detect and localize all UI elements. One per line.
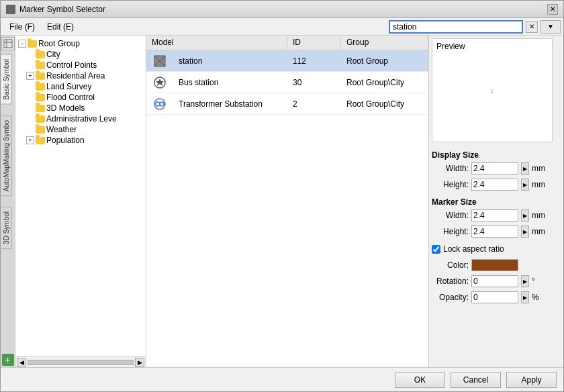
opacity-label: Opacity: (432, 293, 469, 302)
cancel-button[interactable]: Cancel (451, 372, 501, 388)
result-group-busstation: Root Group\City (341, 75, 428, 90)
results-header: Model ID Group (146, 36, 428, 50)
tree-item-city[interactable]: City (17, 49, 144, 60)
tree-scroll-right[interactable]: ▶ (135, 358, 144, 367)
tree-item-landsurvey[interactable]: Land Survey (17, 81, 144, 92)
marker-width-label: Width: (432, 211, 469, 220)
tab-basic-symbol[interactable]: Basic Symbol (1, 54, 12, 105)
marker-width-input[interactable] (471, 209, 518, 222)
tree-item-3dmodels[interactable]: 3D Models (17, 103, 144, 113)
result-id-transformer: 2 (287, 97, 341, 111)
col-header-model[interactable]: Model (146, 36, 287, 50)
add-button[interactable]: + (2, 354, 14, 366)
preview-label: Preview (436, 42, 465, 51)
results-body: station 112 Root Group Bus station 30 Ro… (146, 50, 428, 367)
tree-expand-population[interactable]: + (26, 136, 34, 144)
result-row-busstation[interactable]: Bus station 30 Root Group\City (146, 72, 428, 93)
display-width-spin[interactable]: ▶ (521, 162, 529, 175)
lock-aspect-row: Lock aspect ratio (432, 244, 561, 254)
display-height-spin[interactable]: ▶ (521, 179, 529, 191)
display-height-input[interactable] (471, 179, 518, 191)
display-width-unit: mm (532, 164, 545, 173)
tree-item-weather[interactable]: Weather (17, 124, 144, 135)
search-clear-button[interactable]: ✕ (526, 21, 538, 33)
tree-item-root[interactable]: - Root Group (17, 38, 144, 49)
tree-scrollthumb[interactable] (28, 360, 134, 365)
search-options-button[interactable]: ▼ (540, 20, 561, 34)
folder-icon-weather (36, 126, 45, 134)
result-id-station: 112 (287, 54, 341, 68)
search-bar: ✕ ▼ (389, 20, 561, 34)
main-window: Marker Symbol Selector ✕ File (F) Edit (… (0, 0, 564, 392)
folder-icon-cp (36, 62, 45, 69)
edit-menu[interactable]: Edit (E) (41, 20, 80, 34)
tree-label-city: City (46, 50, 60, 59)
marker-height-spin[interactable]: ▶ (521, 226, 529, 238)
results-panel: Model ID Group station 112 (146, 36, 429, 367)
marker-height-input[interactable] (471, 226, 518, 238)
result-name-station: station (173, 54, 287, 68)
tree-label-ls: Land Survey (46, 82, 91, 91)
rotation-unit: ° (532, 277, 545, 286)
result-group-transformer: Root Group\City (341, 97, 428, 111)
folder-icon-ls (36, 83, 45, 91)
display-size-label: Display Size (432, 150, 561, 160)
rotation-row: Rotation: ▶ ° (432, 275, 561, 287)
rotation-label: Rotation: (432, 277, 469, 286)
lock-aspect-label: Lock aspect ratio (443, 244, 504, 254)
tree-item-population[interactable]: + Population (17, 135, 144, 146)
tree-label-admin: Administrative Leve (46, 114, 117, 124)
marker-width-row: Width: ▶ mm (432, 209, 561, 222)
file-menu[interactable]: File (F) (3, 20, 41, 34)
color-row: Color: (432, 259, 561, 271)
tree-label-3d: 3D Models (46, 103, 85, 113)
tree-label-weather: Weather (46, 125, 77, 134)
col-header-id[interactable]: ID (287, 36, 341, 50)
marker-height-unit: mm (532, 227, 545, 236)
tree-label-cp: Control Points (46, 60, 97, 70)
title-bar-left: Marker Symbol Selector (6, 5, 105, 14)
result-icon-transformer (146, 97, 173, 111)
display-width-row: Width: ▶ mm (432, 162, 561, 175)
tab-3d-symbol[interactable]: 3D Symbol (1, 207, 12, 249)
display-height-label: Height: (432, 180, 469, 189)
col-header-group[interactable]: Group (341, 36, 428, 50)
opacity-input[interactable] (471, 291, 518, 303)
tree-item-controlpoints[interactable]: Control Points (17, 60, 144, 70)
tree-item-residential[interactable]: + Residential Area (17, 70, 144, 81)
folder-icon-admin (36, 115, 45, 123)
display-width-label: Width: (432, 164, 469, 173)
result-row-station[interactable]: station 112 Root Group (146, 50, 428, 72)
tree-label-fc: Flood Control (46, 93, 95, 102)
result-group-station: Root Group (341, 54, 428, 68)
opacity-spin[interactable]: ▶ (521, 291, 529, 303)
color-swatch[interactable] (471, 259, 518, 271)
result-row-transformer[interactable]: Transformer Substation 2 Root Group\City (146, 93, 428, 115)
menu-bar: File (F) Edit (E) ✕ ▼ (1, 18, 563, 36)
search-input[interactable] (389, 20, 523, 34)
display-height-row: Height: ▶ mm (432, 179, 561, 191)
ok-button[interactable]: OK (395, 372, 445, 388)
display-width-input[interactable] (471, 162, 518, 175)
tree-scroll-left[interactable]: ◀ (17, 358, 26, 367)
window-icon (6, 5, 15, 14)
folder-icon-3d (36, 105, 45, 112)
lock-aspect-checkbox[interactable] (432, 245, 440, 254)
svg-marker-7 (156, 79, 164, 86)
tree-label-root: Root Group (38, 39, 80, 48)
tree-item-floodcontrol[interactable]: Flood Control (17, 92, 144, 103)
apply-button[interactable]: Apply (506, 372, 557, 388)
preview-box: Preview ↕ (432, 38, 553, 142)
tab-icon-top[interactable] (1, 37, 15, 50)
tree-expand-residential[interactable]: + (26, 72, 34, 80)
tree-expand-root[interactable]: - (18, 40, 26, 48)
left-tab-bar: Basic Symbol AutoMapMaking Symbo 3D Symb… (1, 36, 15, 367)
marker-width-unit: mm (532, 211, 545, 220)
tab-automapmaking[interactable]: AutoMapMaking Symbo (1, 115, 12, 196)
rotation-input[interactable] (471, 275, 518, 287)
tree-hscrollbar[interactable]: ◀ ▶ (15, 356, 146, 367)
marker-width-spin[interactable]: ▶ (521, 209, 529, 222)
rotation-spin[interactable]: ▶ (521, 275, 529, 287)
close-button[interactable]: ✕ (547, 4, 558, 15)
tree-item-admin[interactable]: Administrative Leve (17, 113, 144, 124)
